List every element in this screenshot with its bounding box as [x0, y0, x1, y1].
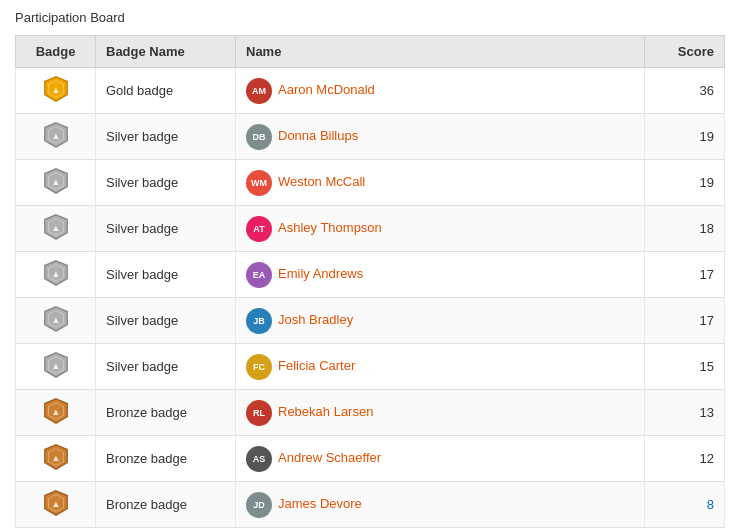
avatar: FC [246, 354, 272, 380]
score-cell: 19 [645, 160, 725, 206]
name-cell: WMWeston McCall [236, 160, 645, 206]
table-row: ▲ Bronze badgeJDJames Devore8 [16, 482, 725, 528]
col-name: Name [236, 36, 645, 68]
silver-badge-icon: ▲ [42, 167, 70, 195]
name-link[interactable]: Andrew Schaeffer [278, 450, 381, 465]
avatar: DB [246, 124, 272, 150]
name-cell: FCFelicia Carter [236, 344, 645, 390]
badge-cell: ▲ [16, 390, 96, 436]
name-cell: ASAndrew Schaeffer [236, 436, 645, 482]
table-row: ▲ Bronze badgeRLRebekah Larsen13 [16, 390, 725, 436]
svg-text:▲: ▲ [51, 407, 60, 417]
badge-cell: ▲ [16, 206, 96, 252]
score-cell: 17 [645, 298, 725, 344]
svg-text:▲: ▲ [51, 453, 60, 463]
badge-name-cell: Silver badge [96, 114, 236, 160]
badge-name-cell: Bronze badge [96, 436, 236, 482]
svg-text:▲: ▲ [51, 131, 60, 141]
badge-name-cell: Silver badge [96, 252, 236, 298]
col-badge-name: Badge Name [96, 36, 236, 68]
silver-badge-icon: ▲ [42, 213, 70, 241]
badge-name-cell: Silver badge [96, 206, 236, 252]
table-row: ▲ Silver badgeWMWeston McCall19 [16, 160, 725, 206]
svg-text:▲: ▲ [51, 315, 60, 325]
badge-name-cell: Silver badge [96, 160, 236, 206]
table-row: ▲ Silver badgeATAshley Thompson18 [16, 206, 725, 252]
score-cell: 17 [645, 252, 725, 298]
badge-name-cell: Bronze badge [96, 482, 236, 528]
score-cell: 36 [645, 68, 725, 114]
score-cell: 15 [645, 344, 725, 390]
svg-text:▲: ▲ [51, 499, 60, 509]
score-cell: 18 [645, 206, 725, 252]
badge-name-cell: Silver badge [96, 344, 236, 390]
name-link[interactable]: James Devore [278, 496, 362, 511]
name-cell: RLRebekah Larsen [236, 390, 645, 436]
bronze-badge-icon: ▲ [42, 443, 70, 471]
badge-cell: ▲ [16, 298, 96, 344]
name-link[interactable]: Emily Andrews [278, 266, 363, 281]
avatar: AT [246, 216, 272, 242]
silver-badge-icon: ▲ [42, 305, 70, 333]
name-link[interactable]: Josh Bradley [278, 312, 353, 327]
col-score: Score [645, 36, 725, 68]
avatar: WM [246, 170, 272, 196]
silver-badge-icon: ▲ [42, 121, 70, 149]
bronze-badge-icon: ▲ [42, 397, 70, 425]
table-row: ▲ Silver badgeDBDonna Billups19 [16, 114, 725, 160]
name-link[interactable]: Rebekah Larsen [278, 404, 373, 419]
name-cell: JBJosh Bradley [236, 298, 645, 344]
badge-name-cell: Silver badge [96, 298, 236, 344]
svg-text:▲: ▲ [51, 269, 60, 279]
badge-name-cell: Gold badge [96, 68, 236, 114]
silver-badge-icon: ▲ [42, 351, 70, 379]
col-badge: Badge [16, 36, 96, 68]
silver-badge-icon: ▲ [42, 259, 70, 287]
bronze-badge-icon: ▲ [42, 489, 70, 517]
svg-text:▲: ▲ [51, 223, 60, 233]
badge-cell: ▲ [16, 436, 96, 482]
avatar: AS [246, 446, 272, 472]
table-header-row: Badge Badge Name Name Score [16, 36, 725, 68]
badge-name-cell: Bronze badge [96, 390, 236, 436]
avatar: RL [246, 400, 272, 426]
name-link[interactable]: Weston McCall [278, 174, 365, 189]
badge-cell: ▲ [16, 68, 96, 114]
svg-text:▲: ▲ [51, 85, 60, 95]
participation-table: Badge Badge Name Name Score ▲ Gold badge… [15, 35, 725, 528]
name-cell: EAEmily Andrews [236, 252, 645, 298]
name-link[interactable]: Ashley Thompson [278, 220, 382, 235]
badge-cell: ▲ [16, 344, 96, 390]
badge-cell: ▲ [16, 114, 96, 160]
score-cell: 13 [645, 390, 725, 436]
table-row: ▲ Gold badgeAMAaron McDonald36 [16, 68, 725, 114]
score-cell: 12 [645, 436, 725, 482]
badge-cell: ▲ [16, 160, 96, 206]
badge-cell: ▲ [16, 482, 96, 528]
score-cell: 8 [645, 482, 725, 528]
table-row: ▲ Silver badgeEAEmily Andrews17 [16, 252, 725, 298]
table-row: ▲ Silver badgeFCFelicia Carter15 [16, 344, 725, 390]
name-cell: DBDonna Billups [236, 114, 645, 160]
table-row: ▲ Silver badgeJBJosh Bradley17 [16, 298, 725, 344]
name-link[interactable]: Aaron McDonald [278, 82, 375, 97]
name-link[interactable]: Donna Billups [278, 128, 358, 143]
name-cell: AMAaron McDonald [236, 68, 645, 114]
name-cell: JDJames Devore [236, 482, 645, 528]
gold-badge-icon: ▲ [42, 75, 70, 103]
avatar: AM [246, 78, 272, 104]
avatar: EA [246, 262, 272, 288]
name-cell: ATAshley Thompson [236, 206, 645, 252]
page-title: Participation Board [15, 10, 725, 25]
avatar: JD [246, 492, 272, 518]
badge-cell: ▲ [16, 252, 96, 298]
score-cell: 19 [645, 114, 725, 160]
svg-text:▲: ▲ [51, 361, 60, 371]
svg-text:▲: ▲ [51, 177, 60, 187]
table-row: ▲ Bronze badgeASAndrew Schaeffer12 [16, 436, 725, 482]
avatar: JB [246, 308, 272, 334]
name-link[interactable]: Felicia Carter [278, 358, 355, 373]
